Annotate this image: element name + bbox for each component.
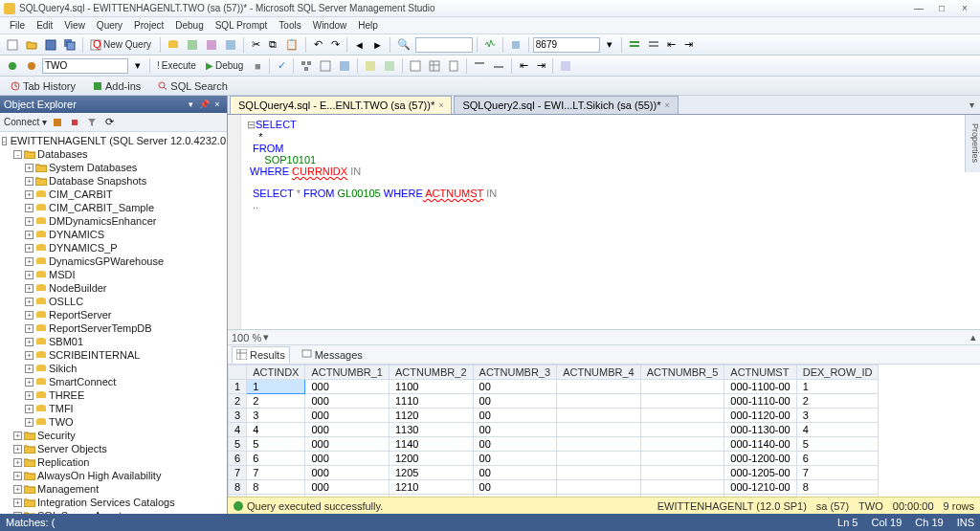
grid-cell[interactable]: 8 <box>796 480 879 495</box>
database-node[interactable]: +SmartConnect <box>2 375 225 388</box>
database-node[interactable]: +DYNAMICS <box>2 228 225 241</box>
doc-tab-query4[interactable]: SQLQuery4.sql - E...ENLT.TWO (sa (57))*× <box>230 96 452 114</box>
change-connection-icon[interactable] <box>23 58 40 74</box>
grid-header[interactable]: ACTNUMBR_4 <box>557 365 641 380</box>
uncomment-selection-icon[interactable] <box>490 58 507 74</box>
grid-cell[interactable]: 00 <box>473 394 557 409</box>
server-folder[interactable]: +Integration Services Catalogs <box>2 496 225 509</box>
table-row[interactable]: 55000114000000-1140-005 <box>229 437 879 452</box>
grid-cell[interactable] <box>557 452 641 466</box>
grid-cell[interactable]: 000-1130-00 <box>724 423 796 437</box>
grid-cell[interactable]: 1 <box>247 380 305 394</box>
sql-search-tab[interactable]: SQL Search <box>151 77 234 95</box>
database-node[interactable]: +TMFI <box>2 402 225 415</box>
uncomment-icon[interactable] <box>645 37 662 53</box>
new-query-button[interactable]: Q New Query <box>87 37 156 53</box>
execute-button[interactable]: ! Execute <box>154 58 201 74</box>
db-engine-query-icon[interactable] <box>165 37 182 53</box>
server-folder[interactable]: +Server Objects <box>2 442 225 455</box>
expand-icon[interactable]: + <box>13 472 22 480</box>
comment-icon[interactable] <box>626 37 643 53</box>
expand-icon[interactable]: + <box>25 204 33 212</box>
grid-cell[interactable]: 3 <box>247 409 305 423</box>
grid-cell[interactable]: 000 <box>305 394 390 409</box>
close-button[interactable]: × <box>953 2 976 15</box>
expand-icon[interactable]: - <box>2 137 7 145</box>
database-node[interactable]: +TWO <box>2 415 225 429</box>
results-grid-icon[interactable] <box>426 58 443 74</box>
row-number[interactable]: 7 <box>229 466 247 480</box>
specify-template-icon[interactable] <box>557 58 574 74</box>
sql-editor[interactable]: ⊟SELECT * FROM SOP10101 WHERE CURRNIDX I… <box>241 115 980 329</box>
expand-icon[interactable]: + <box>13 485 22 494</box>
grid-cell[interactable] <box>640 409 724 423</box>
grid-cell[interactable] <box>640 452 724 466</box>
zoom-dropdown-icon[interactable]: ▾ <box>263 331 269 343</box>
table-row[interactable]: 66000120000000-1200-006 <box>229 452 879 466</box>
panel-pin-icon[interactable]: 📌 <box>198 99 210 110</box>
grid-cell[interactable]: 000 <box>305 380 390 394</box>
zoom-level[interactable]: 100 % <box>232 332 261 343</box>
grid-cell[interactable]: 4 <box>796 423 879 437</box>
copy-icon[interactable]: ⧉ <box>265 37 280 53</box>
expand-icon[interactable]: + <box>25 405 33 413</box>
results-text-icon[interactable] <box>407 58 424 74</box>
row-number[interactable]: 3 <box>229 409 247 423</box>
find-input[interactable] <box>415 37 473 53</box>
grid-cell[interactable]: 1110 <box>389 394 473 409</box>
expand-icon[interactable]: + <box>25 351 33 360</box>
grid-cell[interactable]: 1200 <box>389 452 473 466</box>
grid-cell[interactable]: 000 <box>305 480 390 495</box>
grid-cell[interactable]: 000-1100-00 <box>724 380 796 394</box>
row-number[interactable]: 1 <box>229 380 247 394</box>
include-stats-icon[interactable] <box>381 58 398 74</box>
system-databases-folder[interactable]: + System Databases <box>2 161 225 174</box>
grid-cell[interactable]: 000 <box>305 437 390 452</box>
server-node[interactable]: - EWITTENHAGENLT (SQL Server 12.0.4232.0… <box>2 134 225 147</box>
grid-cell[interactable] <box>557 394 641 409</box>
tab-history-tab[interactable]: Tab History <box>4 77 82 95</box>
menu-project[interactable]: Project <box>128 18 169 33</box>
panel-dropdown-icon[interactable]: ▾ <box>185 99 196 110</box>
grid-cell[interactable] <box>640 437 724 452</box>
database-node[interactable]: +OSLLC <box>2 295 225 308</box>
expand-icon[interactable]: + <box>13 431 22 440</box>
grid-header[interactable]: ACTNUMBR_3 <box>473 365 557 380</box>
dmx-query-icon[interactable] <box>203 37 220 53</box>
grid-cell[interactable]: 00 <box>473 380 557 394</box>
mdx-query-icon[interactable] <box>184 37 201 53</box>
grid-cell[interactable]: 00 <box>473 466 557 480</box>
results-grid[interactable]: ACTINDXACTNUMBR_1ACTNUMBR_2ACTNUMBR_3ACT… <box>228 365 980 497</box>
database-snapshots-folder[interactable]: + Database Snapshots <box>2 174 225 188</box>
expand-icon[interactable]: + <box>25 231 33 239</box>
database-node[interactable]: +Sikich <box>2 362 225 375</box>
menu-view[interactable]: View <box>58 18 91 33</box>
grid-cell[interactable] <box>640 394 724 409</box>
connect-button[interactable]: Connect ▾ <box>4 117 47 127</box>
redo-icon[interactable]: ↷ <box>327 37 343 53</box>
goto-dropdown-icon[interactable]: ▾ <box>602 37 617 53</box>
messages-tab[interactable]: Messages <box>298 347 367 363</box>
table-row[interactable]: 44000113000000-1130-004 <box>229 423 879 437</box>
query-options-icon[interactable] <box>317 58 334 74</box>
grid-header[interactable]: ACTNUMBR_1 <box>305 365 390 380</box>
grid-cell[interactable] <box>557 480 641 495</box>
grid-cell[interactable]: 000 <box>305 452 390 466</box>
db-dropdown-icon[interactable]: ▾ <box>130 58 145 74</box>
expand-icon[interactable]: + <box>25 418 33 427</box>
table-row[interactable]: 77000120500000-1205-007 <box>229 466 879 480</box>
goto-line-input[interactable] <box>533 37 600 53</box>
results-tab[interactable]: Results <box>232 346 290 364</box>
row-number[interactable]: 2 <box>229 394 247 409</box>
outdent-icon[interactable]: ⇤ <box>664 37 679 53</box>
grid-cell[interactable]: 3 <box>796 409 879 423</box>
expand-icon[interactable]: + <box>25 365 33 373</box>
grid-cell[interactable]: 8 <box>247 480 305 495</box>
database-node[interactable]: +CIM_CARBIT <box>2 188 225 201</box>
parse-icon[interactable]: ✓ <box>274 58 289 74</box>
tab-close-icon[interactable]: × <box>664 100 669 110</box>
grid-cell[interactable]: 000-1200-00 <box>724 452 796 466</box>
menu-sqlprompt[interactable]: SQL Prompt <box>210 18 274 33</box>
database-node[interactable]: +ReportServerTempDB <box>2 321 225 335</box>
grid-cell[interactable]: 00 <box>473 480 557 495</box>
